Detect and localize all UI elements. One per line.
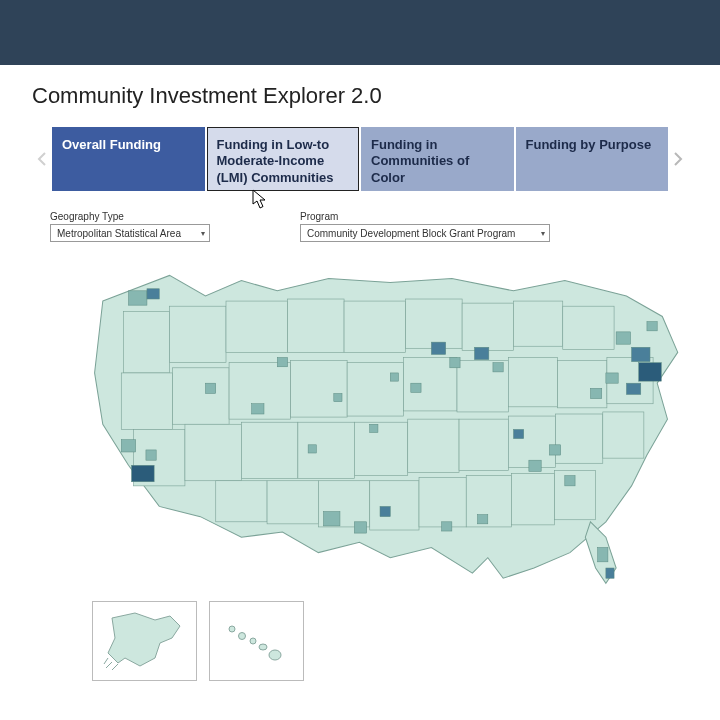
- svg-rect-29: [216, 481, 267, 522]
- svg-rect-63: [513, 429, 523, 438]
- svg-rect-67: [478, 515, 488, 524]
- svg-rect-10: [173, 368, 229, 424]
- svg-rect-13: [347, 363, 403, 416]
- svg-rect-65: [606, 568, 614, 578]
- svg-rect-61: [549, 445, 560, 455]
- svg-rect-28: [603, 412, 644, 458]
- svg-rect-17: [558, 361, 607, 408]
- tab-label: Funding by Purpose: [526, 137, 652, 153]
- program-select[interactable]: Community Development Block Grant Progra…: [300, 224, 550, 242]
- svg-rect-45: [324, 512, 340, 526]
- page-title: Community Investment Explorer 2.0: [32, 83, 688, 109]
- select-value: Community Development Block Grant Progra…: [307, 228, 515, 239]
- tab-next[interactable]: [668, 127, 688, 191]
- svg-rect-48: [431, 342, 445, 354]
- svg-rect-71: [308, 445, 316, 453]
- svg-rect-32: [370, 481, 419, 530]
- svg-rect-55: [639, 363, 662, 381]
- tab-lmi-communities[interactable]: Funding in Low-to Moderate-Income (LMI) …: [207, 127, 360, 191]
- filter-geography: Geography Type Metropolitan Statistical …: [50, 211, 210, 242]
- svg-rect-51: [493, 363, 503, 372]
- svg-rect-8: [563, 306, 614, 349]
- svg-point-73: [238, 632, 245, 639]
- inset-hawaii[interactable]: [209, 601, 304, 681]
- usa-map[interactable]: [72, 260, 688, 589]
- svg-rect-0: [123, 311, 169, 373]
- svg-point-75: [259, 644, 267, 650]
- tab-prev[interactable]: [32, 127, 52, 191]
- svg-rect-21: [241, 422, 297, 478]
- svg-rect-33: [419, 478, 466, 527]
- svg-rect-58: [590, 388, 601, 398]
- svg-rect-37: [128, 291, 146, 305]
- svg-rect-50: [474, 347, 488, 359]
- tab-overall-funding[interactable]: Overall Funding: [52, 127, 205, 191]
- svg-rect-60: [529, 460, 541, 471]
- svg-rect-16: [508, 358, 557, 407]
- svg-point-74: [250, 638, 256, 644]
- tab-communities-of-color[interactable]: Funding in Communities of Color: [361, 127, 514, 191]
- filter-row: Geography Type Metropolitan Statistical …: [50, 211, 688, 242]
- svg-rect-56: [626, 383, 640, 394]
- main-content: Community Investment Explorer 2.0 Overal…: [0, 65, 720, 681]
- svg-rect-34: [466, 476, 511, 527]
- geography-select[interactable]: Metropolitan Statistical Area: [50, 224, 210, 242]
- svg-rect-3: [288, 299, 344, 352]
- svg-rect-53: [616, 332, 630, 344]
- svg-rect-64: [598, 547, 608, 561]
- filter-program: Program Community Development Block Gran…: [300, 211, 550, 242]
- svg-rect-2: [226, 301, 288, 352]
- svg-rect-27: [556, 414, 603, 463]
- svg-rect-41: [146, 450, 156, 460]
- svg-rect-30: [267, 481, 318, 524]
- chevron-left-icon: [37, 151, 47, 167]
- svg-rect-62: [565, 476, 575, 486]
- svg-rect-69: [370, 424, 378, 432]
- svg-rect-22: [298, 422, 354, 478]
- hawaii-icon: [217, 611, 297, 671]
- svg-point-72: [229, 626, 235, 632]
- svg-rect-40: [132, 465, 155, 481]
- tab-row: Overall Funding Funding in Low-to Modera…: [32, 127, 688, 191]
- inset-row: [92, 601, 688, 681]
- svg-rect-4: [344, 301, 406, 352]
- svg-rect-57: [606, 373, 618, 383]
- select-value: Metropolitan Statistical Area: [57, 228, 181, 239]
- svg-rect-7: [513, 301, 562, 346]
- tab-label: Funding in Communities of Color: [371, 137, 504, 186]
- svg-rect-25: [459, 419, 508, 470]
- svg-rect-44: [277, 358, 287, 367]
- svg-rect-52: [411, 383, 421, 392]
- svg-rect-42: [205, 383, 215, 393]
- svg-rect-24: [408, 419, 459, 472]
- filter-label: Program: [300, 211, 550, 222]
- svg-rect-46: [354, 522, 366, 533]
- svg-rect-20: [185, 424, 241, 480]
- svg-rect-66: [442, 522, 452, 531]
- svg-rect-49: [450, 358, 460, 368]
- svg-rect-54: [632, 347, 650, 361]
- svg-point-76: [269, 650, 281, 660]
- chevron-right-icon: [673, 151, 683, 167]
- cursor-icon: [252, 189, 268, 211]
- tab-label: Funding in Low-to Moderate-Income (LMI) …: [217, 137, 350, 186]
- alaska-icon: [100, 608, 190, 673]
- svg-rect-59: [647, 322, 657, 331]
- tab-label: Overall Funding: [62, 137, 161, 153]
- svg-rect-5: [406, 299, 462, 348]
- inset-alaska[interactable]: [92, 601, 197, 681]
- svg-rect-39: [121, 440, 135, 452]
- svg-rect-68: [334, 393, 342, 401]
- filter-label: Geography Type: [50, 211, 210, 222]
- svg-rect-35: [511, 474, 554, 525]
- svg-rect-38: [147, 289, 159, 299]
- svg-rect-23: [354, 422, 407, 475]
- svg-rect-43: [252, 404, 264, 414]
- svg-rect-26: [508, 416, 555, 467]
- svg-rect-9: [121, 373, 172, 429]
- map-container: [72, 260, 688, 681]
- tabs: Overall Funding Funding in Low-to Modera…: [52, 127, 668, 191]
- tab-funding-by-purpose[interactable]: Funding by Purpose: [516, 127, 669, 191]
- svg-rect-6: [462, 303, 513, 350]
- svg-rect-47: [380, 506, 390, 516]
